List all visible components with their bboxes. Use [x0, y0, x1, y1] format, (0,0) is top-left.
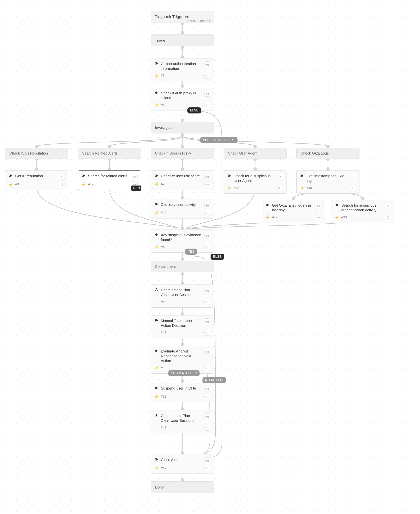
svg-rect-12	[155, 91, 158, 94]
outputs-badge[interactable]: {x}	[350, 174, 356, 179]
task-ip-reputation[interactable]: Get IP reputation{x} ⚡#3{ }	[5, 170, 68, 190]
task-title: Get risky user activity	[161, 202, 202, 207]
pause-badge[interactable]: { }	[385, 214, 391, 220]
bolt-icon: ⚡	[9, 182, 13, 186]
pause-badge[interactable]: { }	[316, 214, 322, 220]
bolt-icon: ⚡	[154, 103, 158, 107]
pause-badge[interactable]: { }	[204, 394, 210, 399]
outputs-badge[interactable]: {x}	[204, 386, 210, 392]
outputs-badge[interactable]: {x}	[59, 174, 65, 179]
outputs-badge[interactable]: {x}	[277, 174, 283, 179]
task-suspicious-evidence[interactable]: Any suspicious evidence found?{x} ⚡#43{ …	[151, 229, 214, 253]
outputs-badge[interactable]: {x}	[204, 457, 210, 463]
task-close-alert[interactable]: Close Alert{x} ⚡#14{ }	[151, 454, 214, 474]
task-action-toolbar[interactable]: ⧉ 🖫	[131, 185, 141, 191]
section-triage-title: Triage	[151, 35, 214, 46]
task-evaluate-response[interactable]: Evaluate Analyst Response for Next Actio…	[151, 346, 214, 374]
task-icon	[154, 61, 158, 66]
task-title: Collect authentication information	[161, 61, 202, 71]
task-hash: #22	[161, 211, 202, 215]
section-triage[interactable]: Triage	[151, 35, 214, 46]
task-check-icloud[interactable]: Check if auth proxy is iCloud {x} ⚡ #12 …	[151, 88, 214, 111]
branch-label-else2: ELSE	[210, 254, 224, 260]
section-title: Check If User Is Risky	[151, 148, 214, 158]
task-title: Get Okta failed logins in last day	[272, 203, 313, 213]
pause-badge[interactable]: { }	[204, 73, 210, 79]
pause-badge[interactable]: { }	[204, 181, 210, 187]
task-title: Search for suspicious authentication act…	[341, 203, 382, 213]
inputs-outputs-label[interactable]: Inputs / Outputs	[187, 19, 210, 23]
pause-badge[interactable]: { }	[204, 465, 210, 471]
task-hash: #42	[272, 215, 313, 219]
task-collect-auth[interactable]: Collect authentication information {x} ⚡…	[151, 58, 214, 81]
outputs-badge[interactable]: {x}	[204, 233, 210, 238]
task-hash: #45	[234, 186, 275, 190]
svg-point-17	[155, 319, 158, 321]
branch-label-no-action: NO ACTION	[202, 377, 226, 383]
task-manual-decision[interactable]: Manual Task - User Action Decision{x} ⚡#…	[151, 315, 214, 338]
task-hash: #1	[161, 74, 202, 78]
section-title: Check Okta Logs	[297, 148, 359, 158]
task-icon	[154, 202, 158, 206]
task-hash: #32	[161, 395, 202, 398]
task-hash: #43	[161, 245, 202, 249]
section-check-iocs[interactable]: Check IOCs Reputation	[5, 148, 68, 159]
pause-badge[interactable]: { }	[59, 181, 65, 187]
task-title: Get timestamp for Okta logs	[307, 174, 348, 183]
outputs-badge[interactable]: {x}	[204, 174, 210, 179]
pause-badge[interactable]: { }	[204, 365, 210, 371]
task-title: Search for related alerts	[88, 174, 129, 178]
section-check-ua[interactable]: Check User Agent	[224, 148, 287, 159]
task-suspicious-user-agent[interactable]: Check for a suspicious User Agent{x} ⚡#4…	[224, 170, 287, 194]
bolt-icon: ⚡	[154, 211, 158, 215]
bolt-icon: ⚡	[335, 215, 339, 220]
task-risky-user-activity[interactable]: Get risky user activity{x} ⚡#22{ }	[151, 199, 214, 219]
task-title: Manual Task - User Action Decision	[161, 318, 202, 328]
outputs-badge[interactable]: {x}	[204, 349, 210, 355]
branch-label-suspend-user: SUSPEND USER	[168, 370, 200, 376]
task-containment-plan-1[interactable]: Containment Plan - Clear User Sessions{x…	[151, 285, 214, 308]
branch-label-yes-close: YES - CLOSE ALERT	[200, 137, 238, 143]
bolt-icon: ⚡	[227, 186, 231, 190]
section-title: Done	[151, 482, 214, 493]
section-done[interactable]: Done	[151, 481, 214, 493]
task-hash: #14	[161, 466, 202, 470]
pause-badge[interactable]: { }	[350, 185, 356, 191]
task-okta-failed-logins[interactable]: Get Okta failed logins in last day{x} ⚡#…	[262, 200, 325, 223]
bolt-icon: ⚡	[154, 366, 158, 370]
outputs-badge[interactable]: {x}	[204, 318, 210, 324]
pause-badge[interactable]: { }	[204, 299, 210, 305]
task-containment-plan-2[interactable]: Containment Plan - Clear User Sessions{x…	[151, 410, 214, 433]
section-search-related[interactable]: Search Related Alerts	[78, 148, 141, 159]
section-check-risky[interactable]: Check If User Is Risky	[151, 148, 214, 159]
section-investigation[interactable]: Investigation	[151, 122, 214, 133]
outputs-badge[interactable]: {x}	[385, 203, 391, 209]
outputs-badge[interactable]: {x}	[204, 202, 210, 208]
pause-badge[interactable]: { }	[204, 210, 210, 216]
task-suspend-user[interactable]: Suspend user in Okta{x} ⚡#32{ }	[151, 383, 214, 402]
task-okta-timestamp[interactable]: Get timestamp for Okta logs{x} ⚡#40{ }	[296, 170, 360, 194]
task-title: Get core user risk score	[161, 174, 202, 178]
task-hash: #3	[15, 182, 56, 186]
pause-badge[interactable]: { }	[277, 185, 283, 191]
outputs-badge[interactable]: {x}	[204, 91, 210, 97]
section-title: Check User Agent	[224, 148, 286, 158]
pause-badge[interactable]: { }	[204, 102, 210, 108]
pause-badge[interactable]: { }	[204, 330, 210, 336]
bolt-icon: ⚡	[154, 182, 158, 186]
task-core-risk-score[interactable]: Get core user risk score{x} ⚡#20{ }	[151, 170, 214, 190]
outputs-badge[interactable]: {x}	[204, 413, 210, 419]
task-icon	[82, 174, 85, 178]
section-check-okta[interactable]: Check Okta Logs	[296, 148, 360, 159]
section-containment[interactable]: Containment	[151, 261, 214, 272]
save-icon[interactable]: 🖫	[136, 185, 141, 191]
copy-icon[interactable]: ⧉	[131, 185, 136, 191]
pause-badge[interactable]: { }	[204, 425, 210, 431]
pause-badge[interactable]: { }	[204, 244, 210, 250]
outputs-badge[interactable]: {x}	[132, 174, 138, 179]
outputs-badge[interactable]: {x}	[204, 61, 210, 67]
task-okta-suspicious-auth[interactable]: Search for suspicious authentication act…	[331, 200, 394, 223]
outputs-badge[interactable]: {x}	[316, 203, 322, 209]
playbook-triggered-header[interactable]: Playbook Triggered Inputs / Outputs	[151, 11, 214, 23]
outputs-badge[interactable]: {x}	[204, 288, 210, 294]
